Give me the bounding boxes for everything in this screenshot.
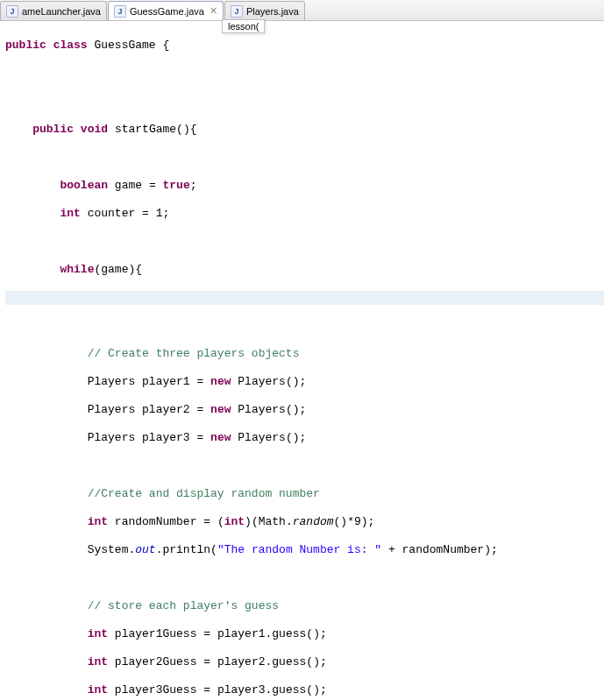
java-file-icon: J (231, 5, 243, 18)
tab-players[interactable]: J Players.java (224, 1, 305, 20)
java-file-icon: J (114, 5, 126, 18)
tab-game-launcher[interactable]: J ameLauncher.java (0, 1, 107, 20)
tab-label: ameLauncher.java (22, 6, 101, 17)
editor-tab-bar: J ameLauncher.java J GuessGame.java ✕ J … (0, 0, 604, 21)
tab-guess-game[interactable]: J GuessGame.java ✕ (108, 1, 224, 20)
tooltip: lesson( (222, 19, 265, 33)
tab-label: GuessGame.java (130, 6, 204, 17)
code-editor[interactable]: public class GuessGame { public void sta… (0, 21, 604, 700)
java-file-icon: J (6, 5, 18, 18)
current-line-highlight (5, 291, 604, 305)
tab-label: Players.java (246, 6, 299, 17)
close-icon[interactable]: ✕ (210, 5, 217, 17)
